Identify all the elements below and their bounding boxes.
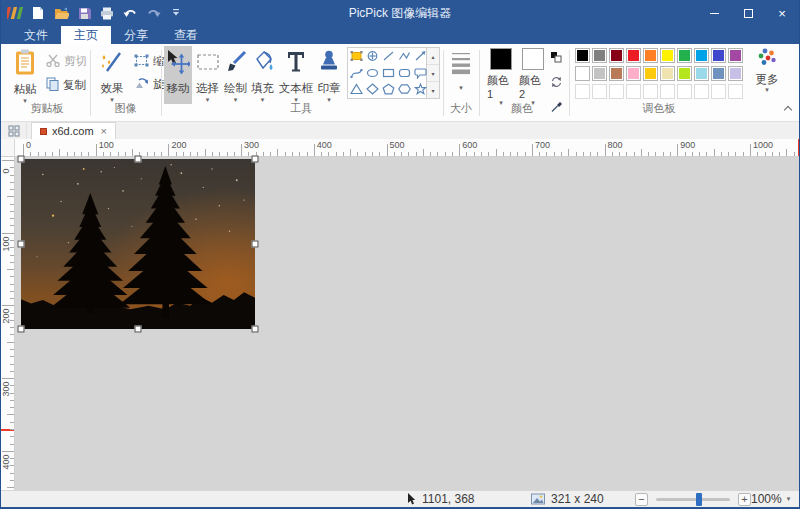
brush-icon bbox=[224, 49, 248, 79]
palette-swatch[interactable] bbox=[643, 66, 658, 81]
document-tab-close-icon[interactable]: × bbox=[101, 125, 107, 137]
palette-swatch-empty[interactable] bbox=[575, 84, 590, 99]
selection-handle-s[interactable] bbox=[135, 326, 142, 333]
save-button[interactable] bbox=[76, 5, 92, 21]
selection-handle-e[interactable] bbox=[252, 241, 259, 248]
effects-button[interactable]: 效果 ▾ bbox=[94, 46, 130, 104]
palette-swatch[interactable] bbox=[643, 48, 658, 63]
open-file-button[interactable] bbox=[53, 5, 69, 21]
more-colors-button[interactable]: 更多 ▾ bbox=[748, 48, 786, 93]
palette-swatch[interactable] bbox=[677, 66, 692, 81]
palette-swatch-empty[interactable] bbox=[592, 84, 607, 99]
palette-swatch[interactable] bbox=[660, 48, 675, 63]
shape-rectangle[interactable] bbox=[380, 65, 396, 82]
tab-view[interactable]: 查看 bbox=[161, 26, 211, 44]
palette-swatch-empty[interactable] bbox=[694, 84, 709, 99]
palette-swatch-empty[interactable] bbox=[626, 84, 641, 99]
palette-swatch[interactable] bbox=[694, 66, 709, 81]
palette-swatch[interactable] bbox=[711, 66, 726, 81]
textbox-tool-button[interactable]: 文本框 ▾ bbox=[277, 46, 315, 104]
palette-swatch-empty[interactable] bbox=[728, 84, 743, 99]
selection-handle-nw[interactable] bbox=[18, 156, 25, 163]
zoom-slider[interactable] bbox=[656, 498, 730, 501]
shape-pentagon[interactable] bbox=[380, 81, 396, 98]
gallery-scroll-up-button[interactable]: ▴ bbox=[427, 48, 439, 65]
shape-arrow-line[interactable] bbox=[412, 48, 428, 65]
shape-elbow-line[interactable] bbox=[396, 48, 412, 65]
shape-triangle[interactable] bbox=[348, 81, 364, 98]
selection-handle-n[interactable] bbox=[135, 156, 142, 163]
palette-swatch[interactable] bbox=[728, 48, 743, 63]
shape-curve[interactable] bbox=[348, 65, 364, 82]
shape-line[interactable] bbox=[380, 48, 396, 65]
tab-home[interactable]: 主页 bbox=[61, 26, 111, 44]
selection-handle-w[interactable] bbox=[18, 241, 25, 248]
paste-label: 粘贴 bbox=[14, 82, 37, 97]
color1-button[interactable]: 颜色1 ▾ bbox=[487, 48, 515, 106]
minimize-button[interactable] bbox=[697, 0, 731, 26]
palette-swatch-empty[interactable] bbox=[677, 84, 692, 99]
quick-access-toolbar bbox=[1, 5, 184, 21]
color2-button[interactable]: 颜色2 ▾ bbox=[519, 48, 547, 106]
palette-swatch[interactable] bbox=[728, 66, 743, 81]
palette-swatch[interactable] bbox=[592, 66, 607, 81]
document-tab-active[interactable]: x6d.com × bbox=[31, 122, 116, 139]
new-file-button[interactable] bbox=[30, 5, 46, 21]
palette-swatch-empty[interactable] bbox=[643, 84, 658, 99]
selection-handle-ne[interactable] bbox=[252, 156, 259, 163]
shape-hexagon[interactable] bbox=[396, 81, 412, 98]
shape-circle-crosshair[interactable] bbox=[364, 48, 380, 65]
customize-quick-access-button[interactable] bbox=[168, 5, 184, 21]
tab-file[interactable]: 文件 bbox=[11, 26, 61, 44]
select-tool-button[interactable]: 选择 ▾ bbox=[194, 46, 221, 104]
palette-swatch[interactable] bbox=[711, 48, 726, 63]
swap-colors-button[interactable] bbox=[550, 49, 563, 67]
collapse-ribbon-button[interactable] bbox=[784, 105, 792, 113]
shape-selected-rectangle[interactable] bbox=[348, 48, 364, 65]
palette-swatch[interactable] bbox=[626, 66, 641, 81]
line-size-button[interactable]: ▾ bbox=[447, 46, 475, 104]
gallery-more-button[interactable]: ▾ bbox=[427, 82, 439, 98]
selection-handle-se[interactable] bbox=[252, 326, 259, 333]
palette-swatch[interactable] bbox=[660, 66, 675, 81]
paste-button[interactable]: 粘贴 ▾ bbox=[7, 46, 43, 104]
fill-tool-button[interactable]: 填充 ▾ bbox=[249, 46, 276, 104]
canvas-image[interactable] bbox=[21, 159, 255, 329]
shape-diamond[interactable] bbox=[364, 81, 380, 98]
gallery-scroll-down-button[interactable]: ▾ bbox=[427, 65, 439, 82]
zoom-in-button[interactable]: + bbox=[738, 493, 751, 506]
undo-button[interactable] bbox=[122, 5, 138, 21]
move-tool-button[interactable]: 移动 bbox=[164, 46, 192, 104]
shape-speech-balloon[interactable] bbox=[412, 65, 428, 82]
zoom-out-button[interactable]: − bbox=[635, 493, 648, 506]
palette-swatch[interactable] bbox=[609, 48, 624, 63]
cut-button[interactable]: 剪切 bbox=[46, 54, 87, 69]
copy-button[interactable]: 复制 bbox=[46, 77, 86, 93]
shape-rounded-rectangle[interactable] bbox=[396, 65, 412, 82]
selection-handle-sw[interactable] bbox=[18, 326, 25, 333]
tab-share[interactable]: 分享 bbox=[111, 26, 161, 44]
palette-swatch[interactable] bbox=[575, 66, 590, 81]
palette-swatch-empty[interactable] bbox=[609, 84, 624, 99]
shape-star[interactable] bbox=[412, 81, 428, 98]
palette-swatch[interactable] bbox=[626, 48, 641, 63]
reset-colors-button[interactable] bbox=[550, 74, 563, 92]
palette-swatch[interactable] bbox=[609, 66, 624, 81]
paint-bucket-icon bbox=[251, 49, 275, 79]
palette-swatch[interactable] bbox=[694, 48, 709, 63]
palette-swatch[interactable] bbox=[592, 48, 607, 63]
window-switcher-button[interactable] bbox=[1, 122, 27, 139]
stamp-tool-button[interactable]: 印章 ▾ bbox=[315, 46, 343, 104]
palette-swatch[interactable] bbox=[677, 48, 692, 63]
maximize-button[interactable] bbox=[731, 0, 765, 26]
palette-swatch-empty[interactable] bbox=[660, 84, 675, 99]
zoom-level-group[interactable]: 100% ▾ bbox=[751, 491, 790, 507]
shape-ellipse[interactable] bbox=[364, 65, 380, 82]
zoom-slider-thumb[interactable] bbox=[696, 493, 702, 506]
close-button[interactable]: × bbox=[765, 0, 799, 26]
palette-swatch-empty[interactable] bbox=[711, 84, 726, 99]
print-button[interactable] bbox=[99, 5, 115, 21]
palette-swatch[interactable] bbox=[575, 48, 590, 63]
draw-tool-button[interactable]: 绘制 ▾ bbox=[222, 46, 249, 104]
redo-button[interactable] bbox=[145, 5, 161, 21]
